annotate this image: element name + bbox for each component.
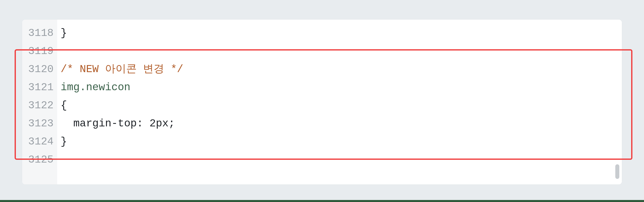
brace-token: } xyxy=(61,136,67,148)
property-token: margin-top xyxy=(73,118,137,130)
scrollbar-thumb[interactable] xyxy=(615,164,619,179)
code-line[interactable]: { xyxy=(61,96,622,115)
line-number: 3118 xyxy=(28,24,54,42)
line-number: 3123 xyxy=(28,115,54,133)
line-number: 3124 xyxy=(28,133,54,151)
brace-token: { xyxy=(61,99,67,112)
line-number-gutter: 3118 3119 3120 3121 3122 3123 3124 3125 xyxy=(22,20,57,184)
line-number: 3121 xyxy=(28,78,54,96)
brace-token: } xyxy=(61,27,67,39)
code-line[interactable]: /* NEW 아이콘 변경 */ xyxy=(61,60,622,78)
semicolon-token: ; xyxy=(168,118,175,130)
code-line[interactable] xyxy=(61,42,622,60)
code-line[interactable]: } xyxy=(61,133,622,151)
line-number: 3125 xyxy=(28,151,54,169)
code-line[interactable]: img.newicon xyxy=(61,78,622,96)
value-token: 2px xyxy=(150,118,169,130)
line-number: 3120 xyxy=(28,60,54,78)
colon-token: : xyxy=(137,118,149,130)
indent-token xyxy=(61,115,73,133)
line-number: 3119 xyxy=(28,42,54,60)
selector-token: img.newicon xyxy=(61,81,130,93)
code-line[interactable]: } xyxy=(61,24,622,42)
comment-token: /* NEW 아이콘 변경 */ xyxy=(61,63,183,75)
code-editor[interactable]: 3118 3119 3120 3121 3122 3123 3124 3125 … xyxy=(22,20,622,184)
bottom-accent-bar xyxy=(0,200,644,202)
code-line[interactable] xyxy=(61,151,622,169)
code-line[interactable]: margin-top: 2px; xyxy=(61,115,622,133)
code-content[interactable]: } /* NEW 아이콘 변경 */ img.newicon { margin-… xyxy=(57,20,622,184)
line-number: 3122 xyxy=(28,96,54,115)
